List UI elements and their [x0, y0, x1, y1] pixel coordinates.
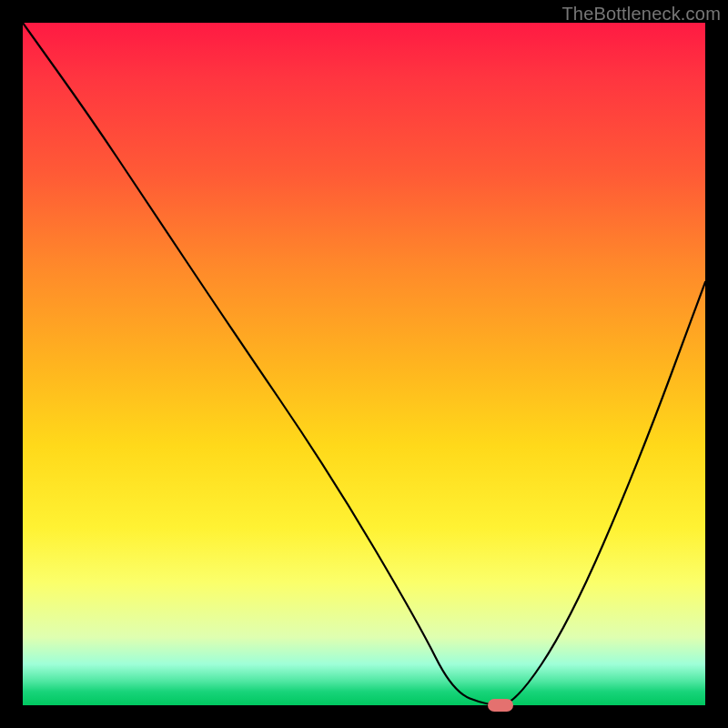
optimal-point-marker — [488, 699, 513, 712]
plot-area — [23, 23, 705, 705]
watermark-text: TheBottleneck.com — [561, 4, 721, 25]
bottleneck-curve — [23, 23, 705, 705]
chart-frame: TheBottleneck.com — [0, 0, 728, 728]
